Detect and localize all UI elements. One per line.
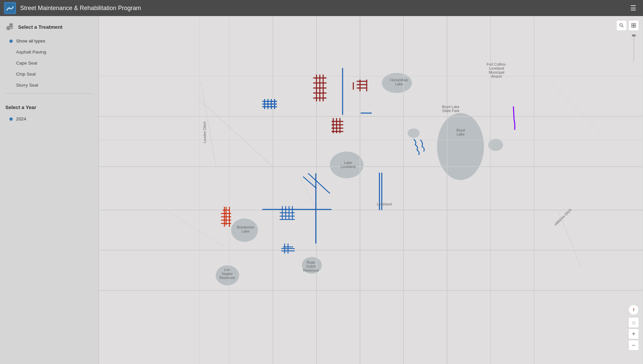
svg-point-9 xyxy=(330,152,363,178)
svg-rect-3 xyxy=(10,24,12,25)
treatment-list: Show all types Asphalt Paving Cape Seal … xyxy=(0,35,98,91)
svg-rect-4 xyxy=(10,26,12,27)
sidebar: Select a Treatment Show all types Asphal… xyxy=(0,16,99,364)
sidebar-divider xyxy=(5,93,93,94)
inactive-dot-4 xyxy=(9,84,13,87)
treatment-item-show-all[interactable]: Show all types xyxy=(0,35,98,47)
zoom-in-button[interactable]: + xyxy=(628,329,639,339)
app-header: Street Maintenance & Rehabilitation Prog… xyxy=(0,0,643,16)
map-controls-bottom-right: ◇ + − xyxy=(628,304,639,351)
year-section-title: Select a Year xyxy=(0,99,98,113)
svg-point-12 xyxy=(302,257,322,274)
inactive-dot xyxy=(9,51,13,54)
treatment-item-cape-seal[interactable]: Cape Seal xyxy=(0,58,98,69)
treatment-section-header: Select a Treatment xyxy=(0,16,98,35)
map-controls-top-right xyxy=(616,20,639,31)
svg-point-5 xyxy=(7,27,9,29)
treatment-item-asphalt-paving[interactable]: Asphalt Paving xyxy=(0,47,98,58)
treatment-label-asphalt: Asphalt Paving xyxy=(16,50,46,55)
svg-rect-6 xyxy=(99,16,643,364)
year-item-2024[interactable]: 2024 xyxy=(0,113,98,124)
inactive-dot-2 xyxy=(9,62,13,65)
svg-point-8 xyxy=(382,73,412,93)
svg-rect-100 xyxy=(632,26,633,27)
main-layout: Select a Treatment Show all types Asphal… xyxy=(0,16,643,364)
app-logo xyxy=(4,2,16,14)
treatment-section-title: Select a Treatment xyxy=(18,24,63,30)
svg-point-96 xyxy=(620,24,623,26)
zoom-out-label: − xyxy=(632,342,636,349)
year-label-2024: 2024 xyxy=(16,116,26,121)
map-container[interactable]: HorseshoeLake Boyd LakeState Park BoydLa… xyxy=(99,16,643,364)
treatment-label-show-all: Show all types xyxy=(16,38,45,43)
svg-point-10 xyxy=(231,218,258,242)
map-slider[interactable] xyxy=(633,34,634,61)
inactive-dot-3 xyxy=(9,73,13,76)
svg-point-13 xyxy=(408,128,420,138)
app-title: Street Maintenance & Rehabilitation Prog… xyxy=(20,5,628,12)
diamond-button[interactable]: ◇ xyxy=(628,317,639,328)
year-section: Select a Year 2024 xyxy=(0,96,98,124)
year-active-dot xyxy=(9,117,13,121)
svg-rect-99 xyxy=(634,23,636,25)
svg-point-7 xyxy=(437,113,484,180)
treatment-item-slurry-seal[interactable]: Slurry Seal xyxy=(0,80,98,91)
svg-line-95 xyxy=(513,106,514,120)
map-svg xyxy=(99,16,643,364)
compass-button[interactable] xyxy=(628,304,639,315)
search-button[interactable] xyxy=(616,20,627,31)
svg-marker-102 xyxy=(633,308,634,310)
svg-point-11 xyxy=(216,265,239,285)
layers-button[interactable] xyxy=(628,20,639,31)
treatment-label-chip-seal: Chip Seal xyxy=(16,72,36,77)
treatment-item-chip-seal[interactable]: Chip Seal xyxy=(0,69,98,80)
treatment-label-slurry-seal: Slurry Seal xyxy=(16,83,38,88)
svg-line-97 xyxy=(622,26,624,27)
svg-rect-101 xyxy=(634,26,636,27)
svg-rect-98 xyxy=(632,23,633,25)
menu-icon[interactable]: ☰ xyxy=(628,3,639,13)
active-dot xyxy=(9,39,13,43)
treatment-label-cape-seal: Cape Seal xyxy=(16,61,37,66)
zoom-out-button[interactable]: − xyxy=(628,340,639,351)
zoom-in-label: + xyxy=(632,331,636,338)
treatment-icon xyxy=(5,22,15,31)
svg-marker-103 xyxy=(633,310,634,312)
